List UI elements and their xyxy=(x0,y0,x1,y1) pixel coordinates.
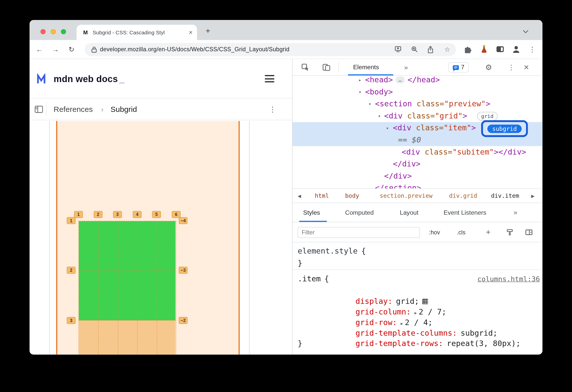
tab-layout[interactable]: Layout xyxy=(400,203,419,222)
tab-title-fade xyxy=(174,26,185,39)
inspect-icon[interactable] xyxy=(301,63,310,72)
tree-row-close-item[interactable]: </div> xyxy=(293,158,542,170)
element-style-rule[interactable]: element.style{ xyxy=(298,246,366,257)
css-selector[interactable]: .item xyxy=(298,274,321,283)
css-declaration[interactable]: grid-column:▸2 / 7; xyxy=(309,296,446,307)
divider xyxy=(46,103,47,116)
tree-row-close-grid[interactable]: </div> xyxy=(293,170,542,182)
grid-badge[interactable]: grid xyxy=(477,112,497,121)
chevron-down-icon[interactable]: ▾ xyxy=(378,110,381,122)
new-tab-button[interactable]: + xyxy=(201,24,214,38)
tab-styles[interactable]: Styles xyxy=(303,203,320,222)
settings-gear-icon[interactable]: ⚙ xyxy=(485,59,492,76)
chevron-down-icon[interactable]: ▾ xyxy=(359,86,361,98)
css-property[interactable]: grid-template-rows: xyxy=(356,339,443,348)
chevron-down-icon[interactable]: ▾ xyxy=(368,98,371,110)
rendering-icon[interactable] xyxy=(506,229,514,237)
styles-sidebar-tabs: Styles Computed Layout Event Listeners » xyxy=(293,203,542,222)
tree-row-head[interactable]: ▸ <head>…</head> xyxy=(293,76,542,86)
extensions-puzzle-icon[interactable] xyxy=(463,44,473,55)
css-declaration[interactable]: grid-row:▸2 / 4; xyxy=(309,307,432,317)
mdn-logo[interactable] xyxy=(36,74,51,85)
article-actions-icon[interactable]: ⋮ xyxy=(269,99,276,120)
grid-line-number-chip: 1 xyxy=(74,211,83,218)
url-text[interactable]: developer.mozilla.org/en-US/docs/Web/CSS… xyxy=(100,43,289,56)
grid-line-number-chip: 3 xyxy=(67,317,76,324)
crumb-html[interactable]: html xyxy=(315,189,329,203)
grid-line-number-chip: −2 xyxy=(179,317,188,324)
crumb-div-grid[interactable]: div.grid xyxy=(449,189,477,203)
traffic-light-minimize-button[interactable] xyxy=(51,29,56,34)
tab-elements[interactable]: Elements xyxy=(353,59,379,76)
demo-edge-line xyxy=(238,121,239,355)
browser-window: M Subgrid - CSS: Cascading Styl × + ← → … xyxy=(30,20,542,354)
tab-event-listeners[interactable]: Event Listeners xyxy=(444,203,486,222)
css-value[interactable]: repeat(3, 80px); xyxy=(447,339,521,348)
styles-filter-input[interactable] xyxy=(298,227,420,238)
breadcrumb-separator: › xyxy=(101,99,104,120)
grid-line xyxy=(118,221,118,355)
more-panels-icon[interactable]: » xyxy=(404,59,408,76)
browser-menu-icon[interactable]: ⋮ xyxy=(527,44,538,55)
tree-row-div-subitem[interactable]: <div class="subitem"></div> xyxy=(293,146,542,158)
browser-toolbar: ← → ↻ developer.mozilla.org/en-US/docs/W… xyxy=(30,40,542,59)
mdn-favicon: M xyxy=(83,25,88,40)
reload-button[interactable]: ↻ xyxy=(66,44,77,55)
rule-close-brace: } xyxy=(298,258,302,268)
tree-row-body[interactable]: ▾ <body> xyxy=(293,86,542,98)
mdn-menu-icon[interactable] xyxy=(265,75,274,84)
traffic-light-close-button[interactable] xyxy=(40,29,46,34)
console-badge[interactable]: 7 xyxy=(448,62,469,72)
expand-ellipsis-button[interactable]: … xyxy=(396,77,405,83)
tab-close-icon[interactable]: × xyxy=(189,25,193,40)
site-security-lock-icon[interactable] xyxy=(91,45,99,54)
devtools-close-icon[interactable]: × xyxy=(524,59,529,76)
computed-sidebar-icon[interactable] xyxy=(525,229,533,237)
browser-tab[interactable]: M Subgrid - CSS: Cascading Styl × xyxy=(77,25,197,40)
css-declaration[interactable]: display:grid; xyxy=(309,286,428,296)
tab-search-chevron-icon[interactable] xyxy=(523,29,529,35)
install-page-icon[interactable] xyxy=(394,45,403,54)
tree-row-section[interactable]: ▾ <section class="preview"> xyxy=(293,98,542,110)
forward-button[interactable]: → xyxy=(50,44,61,55)
profile-avatar[interactable] xyxy=(511,44,522,55)
mdn-logo-text[interactable]: mdn web docs_ xyxy=(54,59,124,99)
chevron-right-icon[interactable]: ▸ xyxy=(359,76,361,86)
back-button[interactable]: ← xyxy=(34,44,45,55)
class-toggle[interactable]: .cls xyxy=(457,222,466,242)
breadcrumb-references-link[interactable]: References xyxy=(54,99,93,120)
item-rule-selector[interactable]: .item{ xyxy=(298,274,329,284)
traffic-light-zoom-button[interactable] xyxy=(61,29,66,34)
demo-edge-line xyxy=(56,121,57,355)
dom-breadcrumb-bar: ◀ html body section.preview div.grid div… xyxy=(293,188,542,203)
zoom-icon[interactable] xyxy=(411,45,420,54)
mdn-header: mdn web docs_ xyxy=(30,59,292,99)
device-toolbar-icon[interactable] xyxy=(322,63,331,71)
crumb-next-icon[interactable]: ▶ xyxy=(531,189,534,203)
grid-line-number-chip: −4 xyxy=(179,217,188,224)
crumb-section[interactable]: section.preview xyxy=(380,189,432,203)
toc-sidebar-icon[interactable] xyxy=(35,106,43,113)
more-tabs-icon[interactable]: » xyxy=(514,203,517,222)
chevron-down-icon[interactable]: ▾ xyxy=(386,122,389,134)
sidebar-toggle-icon[interactable] xyxy=(495,44,505,55)
css-declaration[interactable]: grid-template-columns:subgrid; xyxy=(309,317,497,328)
bookmark-star-icon[interactable]: ☆ xyxy=(443,43,452,56)
source-link[interactable]: columns.html:36 xyxy=(477,274,540,284)
subgrid-badge[interactable]: subgrid xyxy=(488,125,522,133)
crumb-prev-icon[interactable]: ◀ xyxy=(298,189,301,203)
console-bubble-icon xyxy=(453,65,459,70)
crumb-div-item[interactable]: div.item xyxy=(491,189,519,203)
tab-computed[interactable]: Computed xyxy=(345,203,374,222)
extension-flask-icon[interactable] xyxy=(479,44,490,55)
new-style-rule-icon[interactable]: + xyxy=(486,222,491,242)
crumb-body[interactable]: body xyxy=(345,189,359,203)
css-declaration[interactable]: grid-template-rows:repeat(3, 80px); xyxy=(309,328,520,338)
address-bar[interactable]: developer.mozilla.org/en-US/docs/Web/CSS… xyxy=(85,43,456,56)
divider xyxy=(339,62,339,72)
pseudo-state-toggle[interactable]: :hov xyxy=(429,222,440,242)
css-selector[interactable]: element.style xyxy=(298,247,358,256)
devtools-menu-icon[interactable]: ⋮ xyxy=(508,59,515,76)
tree-row-close-section[interactable]: </section> xyxy=(293,182,542,188)
share-icon[interactable] xyxy=(427,45,436,54)
